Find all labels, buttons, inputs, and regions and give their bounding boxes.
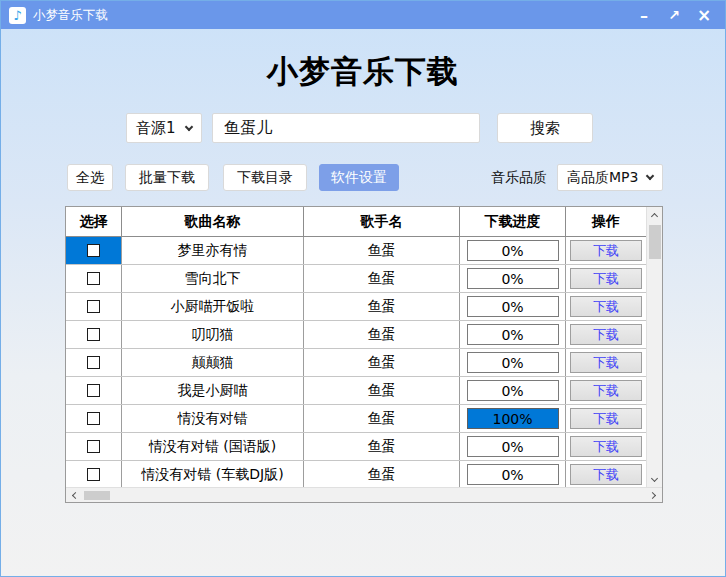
search-button[interactable]: 搜索 — [497, 113, 593, 143]
download-button[interactable]: 下载 — [570, 268, 642, 289]
artist-name: 鱼蛋 — [368, 298, 396, 316]
close-button[interactable]: × — [691, 4, 717, 26]
select-cell[interactable] — [66, 237, 122, 264]
progress-cell: 100% — [460, 405, 566, 432]
download-button[interactable]: 下载 — [570, 352, 642, 373]
row-checkbox[interactable] — [87, 384, 100, 397]
select-cell[interactable] — [66, 433, 122, 460]
table-row: 颠颠猫 鱼蛋 0% 下载 — [66, 349, 646, 377]
download-button[interactable]: 下载 — [570, 380, 642, 401]
progress-bar: 0% — [467, 240, 559, 261]
download-button[interactable]: 下载 — [570, 240, 642, 261]
row-checkbox[interactable] — [87, 356, 100, 369]
maximize-button[interactable]: ↗ — [661, 4, 687, 26]
col-header-action: 操作 — [566, 207, 646, 236]
download-button[interactable]: 下载 — [570, 408, 642, 429]
scroll-left-button[interactable] — [66, 488, 82, 502]
row-checkbox[interactable] — [87, 272, 100, 285]
action-cell: 下载 — [566, 237, 646, 264]
horizontal-scrollbar[interactable] — [66, 487, 662, 502]
progress-text: 0% — [501, 439, 523, 455]
col-header-song: 歌曲名称 — [122, 207, 304, 236]
row-checkbox[interactable] — [87, 300, 100, 313]
batch-download-button[interactable]: 批量下载 — [125, 164, 209, 191]
song-name-cell: 情没有对错 (车载DJ版) — [122, 461, 304, 488]
music-note-icon: ♪ — [9, 7, 26, 24]
select-all-button[interactable]: 全选 — [67, 164, 113, 191]
progress-text: 0% — [501, 299, 523, 315]
artist-name: 鱼蛋 — [368, 438, 396, 456]
select-cell[interactable] — [66, 461, 122, 488]
col-header-progress: 下载进度 — [460, 207, 566, 236]
row-checkbox[interactable] — [87, 328, 100, 341]
select-cell[interactable] — [66, 265, 122, 292]
search-input[interactable] — [212, 113, 480, 143]
table-row: 情没有对错 (车载DJ版) 鱼蛋 0% 下载 — [66, 461, 646, 489]
chevron-up-icon — [651, 213, 658, 220]
quality-select[interactable]: 高品质MP3 — [557, 164, 663, 191]
download-dir-button[interactable]: 下载目录 — [223, 164, 307, 191]
action-cell: 下载 — [566, 321, 646, 348]
select-cell[interactable] — [66, 377, 122, 404]
download-button[interactable]: 下载 — [570, 324, 642, 345]
source-select[interactable]: 音源1 — [126, 113, 202, 143]
song-name-cell: 梦里亦有情 — [122, 237, 304, 264]
minimize-button[interactable]: – — [631, 4, 657, 26]
scroll-up-button[interactable] — [647, 207, 662, 223]
song-name: 情没有对错 (车载DJ版) — [141, 466, 283, 484]
table-row: 情没有对错 鱼蛋 100% 下载 — [66, 405, 646, 433]
window-controls: – ↗ × — [631, 4, 717, 26]
select-cell[interactable] — [66, 293, 122, 320]
song-name-cell: 叨叨猫 — [122, 321, 304, 348]
progress-cell: 0% — [460, 349, 566, 376]
artist-name: 鱼蛋 — [368, 410, 396, 428]
progress-bar: 100% — [467, 408, 559, 429]
song-table: 选择 歌曲名称 歌手名 下载进度 操作 梦里亦有情 鱼蛋 0% 下载 雪向北下 … — [65, 206, 663, 503]
progress-cell: 0% — [460, 237, 566, 264]
download-button[interactable]: 下载 — [570, 464, 642, 485]
download-button[interactable]: 下载 — [570, 436, 642, 457]
vertical-scroll-thumb[interactable] — [649, 225, 661, 259]
row-checkbox[interactable] — [87, 468, 100, 481]
col-header-select: 选择 — [66, 207, 122, 236]
song-name-cell: 情没有对错 (国语版) — [122, 433, 304, 460]
settings-button[interactable]: 软件设置 — [319, 164, 399, 191]
row-checkbox[interactable] — [87, 412, 100, 425]
table-row: 叨叨猫 鱼蛋 0% 下载 — [66, 321, 646, 349]
artist-name: 鱼蛋 — [368, 326, 396, 344]
scroll-down-button[interactable] — [647, 471, 662, 487]
vertical-scrollbar[interactable] — [646, 207, 662, 487]
song-name: 我是小厨喵 — [178, 382, 248, 400]
table-grid: 选择 歌曲名称 歌手名 下载进度 操作 梦里亦有情 鱼蛋 0% 下载 雪向北下 … — [66, 207, 646, 487]
progress-bar: 0% — [467, 380, 559, 401]
table-header-row: 选择 歌曲名称 歌手名 下载进度 操作 — [66, 207, 646, 237]
table-row: 小厨喵开饭啦 鱼蛋 0% 下载 — [66, 293, 646, 321]
song-name-cell: 雪向北下 — [122, 265, 304, 292]
progress-text: 0% — [501, 467, 523, 483]
scroll-right-button[interactable] — [646, 488, 662, 502]
select-cell[interactable] — [66, 349, 122, 376]
table-row: 雪向北下 鱼蛋 0% 下载 — [66, 265, 646, 293]
artist-cell: 鱼蛋 — [304, 293, 460, 320]
table-row: 我是小厨喵 鱼蛋 0% 下载 — [66, 377, 646, 405]
progress-text: 0% — [501, 355, 523, 371]
window-title: 小梦音乐下载 — [33, 7, 631, 24]
progress-bar: 0% — [467, 324, 559, 345]
row-checkbox[interactable] — [87, 440, 100, 453]
select-cell[interactable] — [66, 405, 122, 432]
artist-cell: 鱼蛋 — [304, 265, 460, 292]
progress-bar: 0% — [467, 268, 559, 289]
horizontal-scroll-thumb[interactable] — [84, 491, 110, 500]
chevron-down-icon — [651, 474, 658, 481]
artist-cell: 鱼蛋 — [304, 433, 460, 460]
action-cell: 下载 — [566, 461, 646, 488]
progress-cell: 0% — [460, 433, 566, 460]
artist-name: 鱼蛋 — [368, 242, 396, 260]
artist-cell: 鱼蛋 — [304, 405, 460, 432]
download-button[interactable]: 下载 — [570, 296, 642, 317]
song-name: 叨叨猫 — [192, 326, 234, 344]
row-checkbox[interactable] — [87, 244, 100, 257]
progress-text: 0% — [501, 271, 523, 287]
select-cell[interactable] — [66, 321, 122, 348]
action-cell: 下载 — [566, 293, 646, 320]
